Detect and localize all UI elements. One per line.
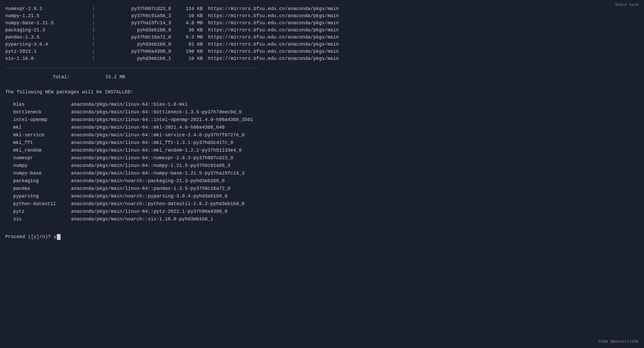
table-row: numexpr-2.8.3 |py37h807cd23_0124 KBhttps…	[5, 5, 639, 12]
install-pkg-name: blas	[13, 101, 71, 108]
install-pkg-name: python-dateutil	[13, 200, 71, 207]
install-pkg-path: anaconda/pkgs/main/linux-64::numpy-1.21.…	[71, 162, 230, 169]
pkg-size: 196 KB	[176, 48, 203, 55]
install-pkg-name: mkl_fft	[13, 139, 71, 146]
install-item: mkl-serviceanaconda/pkgs/main/linux-64::…	[13, 132, 639, 139]
pkg-size: 81 KB	[176, 41, 203, 48]
install-pkg-path: anaconda/pkgs/main/noarch::six-1.16.0-py…	[71, 216, 213, 223]
pkg-size: 124 KB	[176, 5, 203, 12]
install-pkg-path: anaconda/pkgs/main/linux-64::pandas-1.3.…	[71, 185, 230, 192]
install-item: blasanaconda/pkgs/main/linux-64::blas-1.…	[13, 101, 639, 108]
total-row: Total: 15.2 MB	[5, 74, 639, 81]
pkg-url: https://mirrors.bfsu.edu.cn/anaconda/pkg…	[203, 55, 339, 62]
install-item: numexpranaconda/pkgs/main/linux-64::nume…	[13, 154, 639, 162]
build-string: pyhd3eb1b0_0	[97, 41, 176, 48]
install-pkg-name: six	[13, 216, 71, 223]
table-row: pandas-1.3.5 |py37h8c16a72_09.3 MBhttps:…	[5, 34, 639, 41]
pkg-url: https://mirrors.bfsu.edu.cn/anaconda/pkg…	[203, 20, 339, 27]
table-row: numpy-1.21.5 |py37h6c91a56_310 KBhttps:/…	[5, 12, 639, 20]
build-string: py37h807cd23_0	[97, 5, 176, 12]
pkg-name: numexpr-2.8.3	[5, 5, 90, 12]
pkg-name: numpy-1.21.5	[5, 12, 90, 20]
install-pkg-path: anaconda/pkgs/main/linux-64::numexpr-2.8…	[71, 154, 233, 162]
cursor	[57, 234, 61, 240]
install-pkg-name: mkl	[13, 124, 71, 131]
pkg-name: packaging-21.3	[5, 27, 90, 34]
separator: |	[90, 5, 97, 12]
pkg-url: https://mirrors.bfsu.edu.cn/anaconda/pkg…	[203, 48, 339, 55]
pkg-size: 10 KB	[176, 12, 203, 20]
install-item: numpy-baseanaconda/pkgs/main/linux-64::n…	[13, 170, 639, 177]
pkg-size: 4.8 MB	[176, 20, 203, 27]
install-pkg-name: bottleneck	[13, 109, 71, 116]
install-pkg-path: anaconda/pkgs/main/linux-64::mkl_random-…	[71, 147, 242, 154]
build-string: py37h8c16a72_0	[97, 34, 176, 41]
pkg-name: pyparsing-3.0.4	[5, 41, 90, 48]
install-pkg-name: mkl-service	[13, 132, 71, 139]
pkg-url: https://mirrors.bfsu.edu.cn/anaconda/pkg…	[203, 27, 339, 34]
install-pkg-path: anaconda/pkgs/main/linux-64::pytz-2022.1…	[71, 208, 227, 215]
build-string: py37ha15fc14_3	[97, 20, 176, 27]
separator: |	[90, 55, 97, 62]
packages-table: numexpr-2.8.3 |py37h807cd23_0124 KBhttps…	[5, 5, 639, 81]
install-item: mkl_fftanaconda/pkgs/main/linux-64::mkl_…	[13, 139, 639, 146]
total-label: Total:	[53, 74, 105, 81]
install-item: pytzanaconda/pkgs/main/linux-64::pytz-20…	[13, 208, 639, 215]
separator-line: ----------------------------------------…	[5, 64, 639, 71]
install-pkg-path: anaconda/pkgs/main/noarch::python-dateut…	[71, 200, 245, 207]
separator: |	[90, 12, 97, 20]
separator: |	[90, 34, 97, 41]
pkg-size: 9.3 MB	[176, 34, 203, 41]
install-header: The following NEW packages will be INSTA…	[5, 89, 639, 96]
proceed-text: Proceed ([y]/n)? y	[5, 233, 56, 240]
install-item: pandasanaconda/pkgs/main/linux-64::panda…	[13, 185, 639, 192]
install-pkg-path: anaconda/pkgs/main/linux-64::intel-openm…	[71, 116, 253, 123]
install-pkg-path: anaconda/pkgs/main/linux-64::mkl-service…	[71, 132, 245, 139]
build-string: pyhd3eb1b0_1	[97, 55, 176, 62]
separator: |	[90, 48, 97, 55]
share-button[interactable]: Share sese	[615, 2, 639, 8]
install-pkg-name: numpy-base	[13, 170, 71, 177]
install-item: pyparsinganaconda/pkgs/main/noarch::pypa…	[13, 193, 639, 200]
proceed-section[interactable]: Proceed ([y]/n)? y	[5, 233, 639, 240]
install-item: mklanaconda/pkgs/main/linux-64::mkl-2021…	[13, 124, 639, 131]
install-item: intel-openmpanaconda/pkgs/main/linux-64:…	[13, 116, 639, 123]
build-string: py37h6c91a56_3	[97, 12, 176, 20]
install-pkg-name: numpy	[13, 162, 71, 169]
install-pkg-path: anaconda/pkgs/main/linux-64::numpy-base-…	[71, 170, 245, 177]
csdn-badge: CSDN @Bennett1998	[598, 339, 639, 345]
install-pkg-name: intel-openmp	[13, 116, 71, 123]
table-row: six-1.16.0 |pyhd3eb1b0_118 KBhttps://mir…	[5, 55, 639, 62]
install-item: numpyanaconda/pkgs/main/linux-64::numpy-…	[13, 162, 639, 169]
install-pkg-name: numexpr	[13, 154, 71, 162]
install-item: packaginganaconda/pkgs/main/noarch::pack…	[13, 177, 639, 185]
build-string: py37h06a4308_0	[97, 48, 176, 55]
total-value: 15.2 MB	[105, 74, 125, 81]
install-pkg-path: anaconda/pkgs/main/noarch::packaging-21.…	[71, 177, 225, 185]
pkg-name: pandas-1.3.5	[5, 34, 90, 41]
install-pkg-name: pytz	[13, 208, 71, 215]
pkg-url: https://mirrors.bfsu.edu.cn/anaconda/pkg…	[203, 5, 339, 12]
terminal-window: Share sese numexpr-2.8.3 |py37h807cd23_0…	[0, 0, 644, 348]
install-item: mkl_randomanaconda/pkgs/main/linux-64::m…	[13, 147, 639, 154]
pkg-name: numpy-base-1.21.5	[5, 20, 90, 27]
install-list: blasanaconda/pkgs/main/linux-64::blas-1.…	[13, 101, 639, 223]
pkg-name: pytz-2022.1	[5, 48, 90, 55]
install-pkg-path: anaconda/pkgs/main/linux-64::bottleneck-…	[71, 109, 242, 116]
install-item: bottleneckanaconda/pkgs/main/linux-64::b…	[13, 109, 639, 116]
table-row: packaging-21.3 |pyhd3eb1b0_036 KBhttps:/…	[5, 27, 639, 34]
table-row: pytz-2022.1 |py37h06a4308_0196 KBhttps:/…	[5, 48, 639, 55]
install-item: sixanaconda/pkgs/main/noarch::six-1.16.0…	[13, 216, 639, 223]
build-string: pyhd3eb1b0_0	[97, 27, 176, 34]
install-pkg-path: anaconda/pkgs/main/linux-64::mkl-2021.4.…	[71, 124, 225, 131]
install-pkg-name: packaging	[13, 177, 71, 185]
pkg-url: https://mirrors.bfsu.edu.cn/anaconda/pkg…	[203, 41, 339, 48]
pkg-url: https://mirrors.bfsu.edu.cn/anaconda/pkg…	[203, 12, 339, 20]
separator: |	[90, 41, 97, 48]
install-pkg-path: anaconda/pkgs/main/linux-64::blas-1.0-mk…	[71, 101, 188, 108]
separator: |	[90, 20, 97, 27]
install-item: python-dateutilanaconda/pkgs/main/noarch…	[13, 200, 639, 207]
pkg-name: six-1.16.0	[5, 55, 90, 62]
pkg-size: 18 KB	[176, 55, 203, 62]
table-row: numpy-base-1.21.5 |py37ha15fc14_34.8 MBh…	[5, 20, 639, 27]
